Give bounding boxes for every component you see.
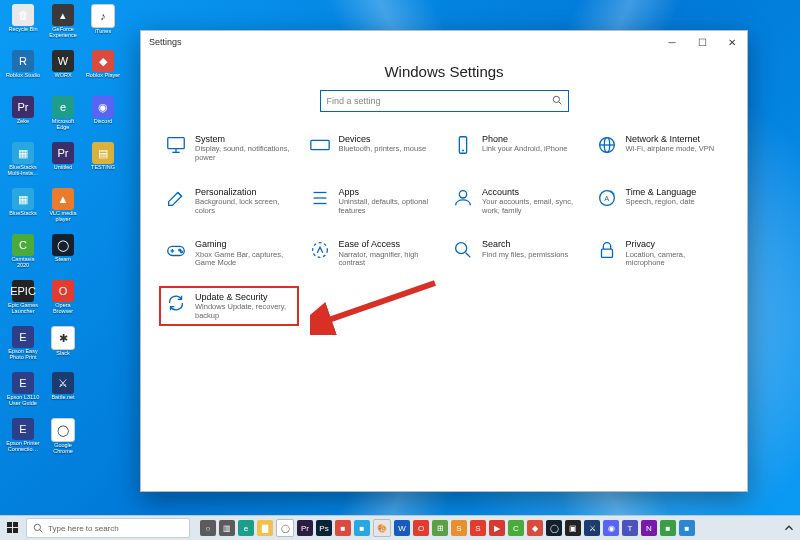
taskbar-pin-app1[interactable]: ■ <box>335 520 351 536</box>
desktop-icon-camtasia-2020[interactable]: CCamtasia 2020 <box>4 234 42 278</box>
tile-subtitle: Xbox Game Bar, captures, Game Mode <box>195 251 293 268</box>
taskbar-pin-edge[interactable]: e <box>238 520 254 536</box>
search-icon <box>33 523 43 533</box>
taskbar: Type here to search ○▥e▇◯PrPs■■🎨WO⊞SS▶C◆… <box>0 515 800 540</box>
close-button[interactable]: ✕ <box>717 31 747 53</box>
desktop: 🗑Recycle Bin▴GeForce Experience♪iTunesRR… <box>0 0 800 540</box>
svg-line-37 <box>40 530 43 533</box>
taskbar-search-placeholder: Type here to search <box>48 524 119 533</box>
desktop-icon-bluestacks[interactable]: ▦BlueStacks <box>4 188 42 232</box>
desktop-icon-microsoft-edge[interactable]: eMicrosoft Edge <box>44 96 82 140</box>
taskbar-pin-snagit-ed[interactable]: S <box>470 520 486 536</box>
brush-icon <box>165 187 187 209</box>
taskbar-pin-battlenet[interactable]: ⚔ <box>584 520 600 536</box>
svg-point-19 <box>459 190 466 197</box>
svg-line-1 <box>558 102 561 105</box>
system-tray[interactable] <box>782 521 800 535</box>
tile-title: Search <box>482 239 568 249</box>
svg-point-27 <box>312 243 327 258</box>
settings-tile-search[interactable]: SearchFind my files, permissions <box>448 235 584 272</box>
taskbar-pin-word[interactable]: W <box>394 520 410 536</box>
settings-tile-update[interactable]: Update & SecurityWindows Update, recover… <box>161 288 297 325</box>
taskbar-pin-snagit[interactable]: S <box>451 520 467 536</box>
settings-tile-ease[interactable]: Ease of AccessNarrator, magnifier, high … <box>305 235 441 272</box>
search-placeholder: Find a setting <box>327 96 552 106</box>
desktop-icon-itunes[interactable]: ♪iTunes <box>84 4 122 48</box>
taskbar-pin-app4[interactable]: ■ <box>679 520 695 536</box>
settings-tile-personalization[interactable]: PersonalizationBackground, lock screen, … <box>161 183 297 220</box>
settings-tile-gaming[interactable]: GamingXbox Game Bar, captures, Game Mode <box>161 235 297 272</box>
desktop-icon-untitled[interactable]: PrUntitled <box>44 142 82 186</box>
taskbar-pin-onenote[interactable]: N <box>641 520 657 536</box>
svg-point-25 <box>179 249 181 251</box>
desktop-icon-vlc-media-player[interactable]: ▲VLC media player <box>44 188 82 232</box>
search-icon <box>552 95 562 107</box>
settings-tile-privacy[interactable]: PrivacyLocation, camera, microphone <box>592 235 728 272</box>
tile-subtitle: Narrator, magnifier, high contrast <box>339 251 437 268</box>
taskbar-pin-cortana[interactable]: ○ <box>200 520 216 536</box>
taskbar-pin-paint[interactable]: 🎨 <box>373 519 391 537</box>
tile-title: Network & Internet <box>626 134 715 144</box>
taskbar-pin-camtasia[interactable]: C <box>508 520 524 536</box>
tray-chevron-up-icon[interactable] <box>782 521 796 535</box>
tile-subtitle: Link your Android, iPhone <box>482 145 567 154</box>
desktop-icon-epson-easy-photo-print[interactable]: EEpson Easy Photo Print <box>4 326 42 370</box>
settings-tile-network[interactable]: Network & InternetWi-Fi, airplane mode, … <box>592 130 728 167</box>
tile-subtitle: Wi-Fi, airplane mode, VPN <box>626 145 715 154</box>
tile-subtitle: Find my files, permissions <box>482 251 568 260</box>
time-icon: A <box>596 187 618 209</box>
search-icon <box>452 239 474 261</box>
desktop-icon-epson-l3110-user-guide[interactable]: EEpson L3110 User Guide <box>4 372 42 416</box>
settings-tile-system[interactable]: SystemDisplay, sound, notifications, pow… <box>161 130 297 167</box>
taskbar-pinned-apps: ○▥e▇◯PrPs■■🎨WO⊞SS▶C◆◯▣⚔◉TN■■ <box>200 519 782 537</box>
tile-subtitle: Speech, region, date <box>626 198 697 207</box>
taskbar-pin-discord[interactable]: ◉ <box>603 520 619 536</box>
start-button[interactable] <box>0 516 26 540</box>
settings-tile-time[interactable]: ATime & LanguageSpeech, region, date <box>592 183 728 220</box>
taskbar-pin-anydesk[interactable]: ▶ <box>489 520 505 536</box>
taskbar-pin-app3[interactable]: ■ <box>660 520 676 536</box>
desktop-icon-recycle-bin[interactable]: 🗑Recycle Bin <box>4 4 42 48</box>
taskbar-pin-premiere[interactable]: Pr <box>297 520 313 536</box>
desktop-icon-epic-games-launcher[interactable]: EPICEpic Games Launcher <box>4 280 42 324</box>
taskbar-pin-office[interactable]: O <box>413 520 429 536</box>
settings-tile-devices[interactable]: DevicesBluetooth, printers, mouse <box>305 130 441 167</box>
desktop-icon-geforce-experience[interactable]: ▴GeForce Experience <box>44 4 82 48</box>
keyboard-icon <box>309 134 331 156</box>
desktop-icon-worx[interactable]: WWORX <box>44 50 82 94</box>
desktop-icon-testing[interactable]: ▤TESTING <box>84 142 122 186</box>
desktop-icon-zeke[interactable]: PrZeke <box>4 96 42 140</box>
desktop-icon-battle-net[interactable]: ⚔Battle.net <box>44 372 82 416</box>
desktop-icon-bluestacks-multi-insta-[interactable]: ▦BlueStacks Multi-Insta… <box>4 142 42 186</box>
taskbar-pin-epic[interactable]: ▣ <box>565 520 581 536</box>
tile-title: Update & Security <box>195 292 293 302</box>
taskbar-pin-chrome[interactable]: ◯ <box>276 519 294 537</box>
maximize-button[interactable]: ☐ <box>687 31 717 53</box>
settings-search-input[interactable]: Find a setting <box>320 90 569 112</box>
taskbar-search-input[interactable]: Type here to search <box>26 518 190 538</box>
taskbar-pin-app2[interactable]: ■ <box>354 520 370 536</box>
desktop-icon-steam[interactable]: ◯Steam <box>44 234 82 278</box>
desktop-icon-slack[interactable]: ✱Slack <box>44 326 82 370</box>
taskbar-pin-teams[interactable]: T <box>622 520 638 536</box>
taskbar-pin-task-view[interactable]: ▥ <box>219 520 235 536</box>
taskbar-pin-photoshop[interactable]: Ps <box>316 520 332 536</box>
desktop-icon-grid: 🗑Recycle Bin▴GeForce Experience♪iTunesRR… <box>4 4 122 462</box>
taskbar-pin-roblox[interactable]: ◆ <box>527 520 543 536</box>
settings-tile-accounts[interactable]: AccountsYour accounts, email, sync, work… <box>448 183 584 220</box>
taskbar-pin-calc[interactable]: ⊞ <box>432 520 448 536</box>
minimize-button[interactable]: ─ <box>657 31 687 53</box>
settings-tile-apps[interactable]: AppsUninstall, defaults, optional featur… <box>305 183 441 220</box>
svg-point-0 <box>553 96 559 102</box>
desktop-icon-epson-printer-connectio-[interactable]: EEpson Printer Connectio… <box>4 418 42 462</box>
desktop-icon-roblox-player[interactable]: ◆Roblox Player <box>84 50 122 94</box>
desktop-icon-discord[interactable]: ◉Discord <box>84 96 122 140</box>
settings-tile-phone[interactable]: PhoneLink your Android, iPhone <box>448 130 584 167</box>
taskbar-pin-explorer[interactable]: ▇ <box>257 520 273 536</box>
desktop-icon-opera-browser[interactable]: OOpera Browser <box>44 280 82 324</box>
desktop-icon-roblox-studio[interactable]: RRoblox Studio <box>4 50 42 94</box>
update-icon <box>165 292 187 314</box>
taskbar-pin-steam[interactable]: ◯ <box>546 520 562 536</box>
desktop-icon-google-chrome[interactable]: ◯Google Chrome <box>44 418 82 462</box>
settings-categories-grid: SystemDisplay, sound, notifications, pow… <box>161 130 727 324</box>
